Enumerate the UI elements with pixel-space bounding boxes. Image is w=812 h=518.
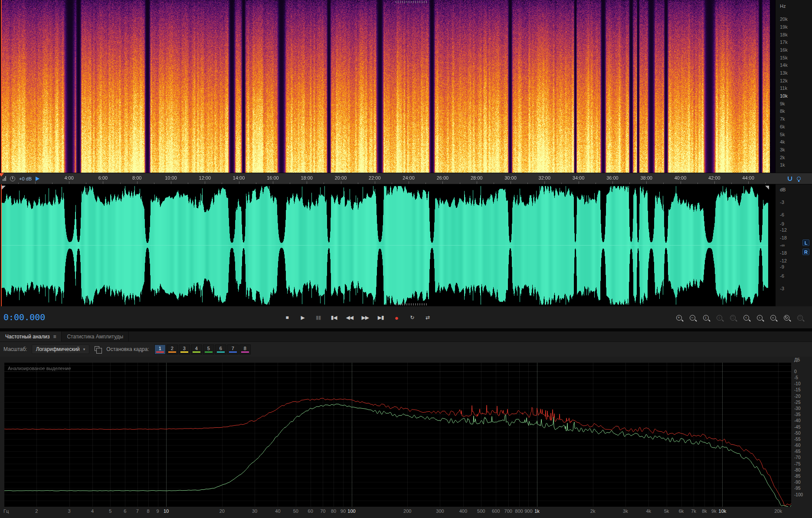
snap-magnet-icon[interactable] (788, 177, 792, 181)
clock-icon[interactable] (10, 176, 15, 181)
snapshot-icon[interactable] (95, 346, 99, 351)
hold-button-number: 7 (232, 346, 234, 351)
hold-button-3[interactable]: 3 (179, 344, 190, 354)
waveform-section: dB L R -3-3-6-6-9-9-12-12-18-18-∞ (0, 184, 812, 306)
fast-forward-button[interactable]: ▶▶ (359, 312, 372, 323)
stop-button[interactable]: ■ (281, 312, 294, 323)
hold-button-4[interactable]: 4 (191, 344, 202, 354)
loop-playback-button[interactable]: ↻ (406, 312, 419, 323)
skip-to-end-button[interactable]: ▶▮ (374, 312, 387, 323)
record-button[interactable]: ● (390, 312, 403, 323)
hold-button-number: 3 (183, 346, 186, 351)
frequency-tick-label: 4k (646, 508, 651, 514)
play-button[interactable]: ▶ (296, 312, 309, 323)
hold-button-number: 8 (244, 346, 246, 351)
horizontal-scroll-grip[interactable] (396, 1, 428, 3)
frequency-tick-label: 4k (780, 139, 785, 144)
frequency-tick-label: 10 (164, 508, 169, 514)
db-tick-label: -30 (794, 406, 800, 411)
zoom-selection-out-point-button[interactable]: › (753, 312, 766, 323)
timeline-time-label: 6:00 (98, 175, 108, 180)
hold-button-5[interactable]: 5 (203, 344, 214, 354)
zoom-reset-button[interactable]: □ (794, 312, 806, 323)
gain-value[interactable]: +0 dB (19, 176, 32, 181)
zoom-out-amplitude-button[interactable]: ↕ (713, 312, 725, 323)
frequency-tick-label: 90 (341, 508, 346, 514)
zoom-duration-button[interactable]: ↻ (780, 312, 792, 323)
waveform-scroll-grip[interactable] (396, 303, 428, 305)
hold-button-2[interactable]: 2 (167, 344, 178, 354)
tab-amplitude-statistics[interactable]: Статистика Амплитуды (62, 331, 129, 341)
amplitude-tick-label: -12 (780, 227, 787, 233)
timeline-time-label: 22:00 (369, 175, 381, 180)
skip-selection-button[interactable]: ⇄ (421, 312, 434, 323)
zoom-to-selection-button[interactable]: □ (727, 312, 739, 323)
frequency-tick-label: 5k (664, 508, 669, 514)
frequency-tick-label: 4 (91, 508, 94, 514)
channel-left-badge[interactable]: L (802, 239, 809, 246)
frequency-tick-label: 9 (156, 508, 159, 514)
amplitude-ruler[interactable]: dB L R -3-3-6-6-9-9-12-12-18-18-∞ (775, 184, 812, 306)
hold-button-6[interactable]: 6 (215, 344, 226, 354)
frequency-tick-label: 8 (147, 508, 150, 514)
frequency-axis: Гц 2345678910203040506070809010020030040… (0, 507, 812, 518)
zoom-selection-out-point-icon: › (757, 315, 763, 321)
frequency-tick-label: 500 (477, 508, 485, 514)
analysis-controls: Масштаб: Логарифмический ▾ Остановка кад… (0, 342, 812, 357)
amplitude-tick-label: -6 (780, 273, 784, 279)
hold-color-strip (229, 351, 237, 353)
timeline-tick (477, 181, 477, 184)
zoom-full-selection-button[interactable]: ‹› (767, 312, 779, 323)
timeline-time-label: 14:00 (233, 175, 245, 180)
scale-value: Логарифмический (36, 346, 80, 352)
timeline-tick (460, 183, 460, 184)
channel-right-badge[interactable]: R (802, 249, 809, 255)
zoom-selection-in-point-icon: ‹ (743, 315, 749, 321)
hold-label: Остановка кадра: (106, 346, 149, 352)
marker-icon[interactable] (797, 177, 801, 180)
selection-handle-right[interactable] (765, 186, 769, 190)
zoom-reset-icon: □ (797, 315, 803, 321)
frequency-tick-label: 16k (780, 47, 788, 52)
timeline-tick (324, 183, 324, 184)
hold-color-strip (193, 351, 200, 353)
hold-button-number: 6 (219, 346, 222, 351)
scale-label: Масштаб: (3, 346, 27, 352)
hold-button-1[interactable]: 1 (154, 344, 166, 354)
amplitude-ruler-unit: dB (780, 187, 786, 192)
hold-button-7[interactable]: 7 (227, 344, 239, 354)
zoom-out-button[interactable]: − (686, 312, 698, 323)
frequency-tick-label: 200 (403, 508, 411, 514)
rewind-button[interactable]: ◀◀ (343, 312, 356, 323)
timeline-tick (612, 181, 613, 184)
hold-button-8[interactable]: 8 (239, 344, 251, 354)
timeline-ruler[interactable]: +0 dB 4:006:008:0010:0012:0014:0016:0018… (0, 173, 812, 184)
time-display[interactable]: 0:00.000 (3, 312, 45, 322)
frequency-tick-label: 5k (780, 132, 785, 137)
frequency-tick-label: 1k (780, 162, 785, 167)
timeline-tick (663, 183, 664, 184)
zoom-selection-in-point-button[interactable]: ‹ (740, 312, 752, 323)
playhead-pin-icon[interactable] (36, 177, 39, 181)
tab-frequency-analysis[interactable]: Частотный анализ ≡ (0, 331, 62, 341)
level-meter-icon[interactable] (3, 176, 6, 181)
timeline-time-label: 18:00 (301, 175, 313, 180)
zoom-in-amplitude-icon: ↕ (703, 315, 709, 321)
zoom-in-amplitude-button[interactable]: ↕ (700, 312, 712, 323)
pause-button[interactable]: ▮▮ (312, 312, 325, 323)
db-axis: ДБ 0-5-10-15-20-25-30-35-40-45-50-55-60-… (793, 357, 812, 518)
spectrogram-ruler-unit: Hz (780, 3, 786, 9)
timeline-tick (171, 181, 171, 184)
frequency-tick-label: 6k (679, 508, 684, 514)
selection-handle-left[interactable] (2, 186, 6, 190)
skip-to-start-button[interactable]: ▮◀ (327, 312, 341, 323)
spectrogram-canvas[interactable] (0, 0, 775, 173)
frequency-tick-label: 9k (780, 101, 785, 106)
timeline-tick (527, 183, 528, 184)
waveform-canvas[interactable] (0, 184, 775, 306)
scale-select[interactable]: Логарифмический ▾ (32, 344, 90, 354)
amplitude-tick-label: -18 (780, 250, 787, 256)
panel-menu-icon[interactable]: ≡ (53, 334, 56, 340)
spectrogram-frequency-ruler[interactable]: Hz 20k19k18k17k16k15k14k13k12k11k10k9k8k… (775, 0, 812, 173)
zoom-in-button[interactable]: + (673, 312, 685, 323)
